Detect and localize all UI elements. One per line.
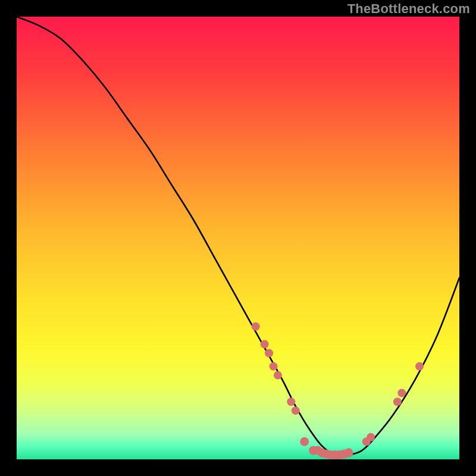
data-marker xyxy=(270,362,278,371)
data-marker xyxy=(397,389,406,397)
data-marker xyxy=(300,437,309,446)
gradient-background xyxy=(17,17,459,459)
bottleneck-chart xyxy=(17,17,459,459)
watermark-text: TheBottleneck.com xyxy=(347,1,470,17)
data-marker xyxy=(415,362,424,371)
data-marker xyxy=(367,433,375,441)
data-marker xyxy=(252,322,260,331)
data-marker xyxy=(345,448,353,457)
data-marker xyxy=(393,397,402,406)
data-marker xyxy=(274,371,282,380)
data-marker xyxy=(292,406,300,415)
data-marker xyxy=(261,340,269,349)
chart-frame xyxy=(17,17,459,459)
data-marker xyxy=(287,397,295,406)
data-marker xyxy=(265,349,273,357)
